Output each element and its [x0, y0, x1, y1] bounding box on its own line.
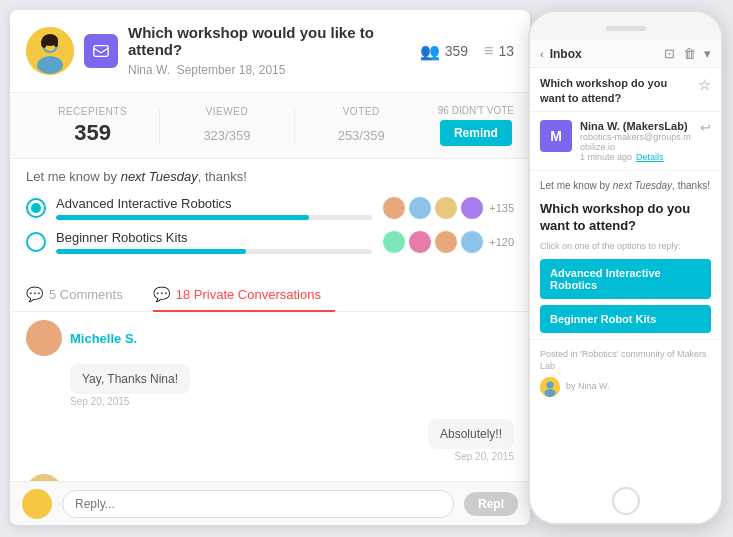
phone-subject: Which workshop do you want to attend? ☆	[530, 68, 721, 112]
phone-poll-title: Which workshop do you want to attend?	[530, 197, 721, 241]
reply-bar: Repl	[10, 481, 530, 525]
svg-point-10	[545, 389, 556, 397]
viewed-box: VIEWED 323/359	[160, 106, 293, 146]
comment-date-1: Sep 20, 2015	[70, 396, 514, 407]
main-panel: Which workshop would you like to attend?…	[10, 10, 530, 525]
phone-speaker	[606, 26, 646, 31]
voted-box: VOTED 253/359	[295, 106, 428, 146]
phone-option-1-button[interactable]: Advanced Interactive Robotics	[540, 259, 711, 299]
svg-point-6	[54, 39, 58, 47]
phone-home-button[interactable]	[612, 487, 640, 515]
phone-footer-text: Posted in 'Robotics' community of Makers…	[540, 348, 711, 373]
phone-sender-name: Nina W. (MakersLab)	[580, 120, 692, 132]
poll-avatar	[408, 196, 432, 220]
voted-value: 253/359	[295, 120, 428, 146]
phone-sender-avatar: M	[540, 120, 572, 152]
poll-bar-bg-2	[56, 249, 372, 254]
comment-username-1[interactable]: Michelle S.	[70, 331, 137, 346]
comment-avatar-1	[26, 320, 62, 356]
phone-star-icon[interactable]: ☆	[698, 76, 711, 96]
comment-item-1: Michelle S. Yay, Thanks Nina! Sep 20, 20…	[26, 320, 514, 407]
phone-more-icon[interactable]: ▾	[704, 46, 711, 61]
header-stats: 👥 359 ≡ 13	[420, 42, 514, 61]
poll-avatar	[408, 230, 432, 254]
phone-inbox-icons: ⊡ 🗑 ▾	[664, 46, 711, 61]
phone-option-2-button[interactable]: Beginner Robot Kits	[540, 305, 711, 333]
comment-user-1: Michelle S.	[26, 320, 514, 356]
viewed-label: VIEWED	[160, 106, 293, 117]
phone-subject-text: Which workshop do you want to attend?	[540, 76, 698, 107]
message-icon-box	[84, 34, 118, 68]
phone-details-link[interactable]: Details	[636, 152, 664, 162]
phone-footer-row: by Nina W.	[540, 377, 711, 397]
poll-option-2: Beginner Robotics Kits +120	[26, 230, 514, 254]
comment-bubble-2: Absolutely!!	[428, 419, 514, 449]
phone-footer: Posted in 'Robotics' community of Makers…	[530, 339, 721, 405]
poll-bar-bg-1	[56, 215, 372, 220]
phone-sender-info: Nina W. (MakersLab) robotics-makers@grou…	[580, 120, 692, 162]
comments-icon: 💬	[26, 286, 43, 302]
voted-label: VOTED	[295, 106, 428, 117]
poll-avatars-2: +120	[382, 230, 514, 254]
comment-item-2: Absolutely!! Sep 20, 2015	[86, 419, 514, 462]
conversations-icon: 💬	[153, 286, 170, 302]
poll-radio-1[interactable]	[26, 198, 46, 218]
reply-avatar	[22, 489, 52, 519]
poll-bar-fill-1	[56, 215, 309, 220]
poll-avatar	[460, 230, 484, 254]
phone-mockup: ‹ Inbox ⊡ 🗑 ▾ Which workshop do you want…	[528, 10, 723, 525]
reply-button[interactable]: Repl	[464, 492, 518, 516]
poll-avatar	[434, 230, 458, 254]
phone-sender: M Nina W. (MakersLab) robotics-makers@gr…	[530, 112, 721, 171]
phone-footer-by: by Nina W.	[566, 380, 610, 393]
poll-option-label-1: Advanced Interactive Robotics	[56, 196, 372, 211]
poll-avatar	[382, 196, 406, 220]
phone-body-text: Let me know by next Tuesday, thanks!	[530, 171, 721, 197]
list-stat: ≡ 13	[484, 42, 514, 60]
phone-footer-avatar	[540, 377, 560, 397]
poll-avatar	[434, 196, 458, 220]
phone-trash-icon[interactable]: 🗑	[683, 46, 696, 61]
question-title: Which workshop would you like to attend?	[128, 24, 420, 58]
tab-private-conversations[interactable]: 💬 18 Private Conversations	[153, 278, 335, 312]
didnt-vote-label: 96 DIDN'T VOTE	[438, 105, 514, 116]
poll-option-1: Advanced Interactive Robotics +135	[26, 196, 514, 220]
reply-input[interactable]	[62, 490, 454, 518]
poll-message: Let me know by next Tuesday, thanks!	[10, 159, 530, 190]
viewed-value: 323/359	[160, 120, 293, 146]
comment-date-2: Sep 20, 2015	[455, 451, 515, 462]
poll-radio-2[interactable]	[26, 232, 46, 252]
phone-sender-time: 1 minute ago Details	[580, 152, 692, 162]
user-avatar	[26, 27, 74, 75]
phone-top-bar	[530, 12, 721, 40]
svg-point-9	[547, 381, 554, 388]
recipients-value: 359	[26, 120, 159, 146]
svg-rect-7	[94, 46, 108, 57]
list-icon: ≡	[484, 42, 493, 60]
phone-back-arrow[interactable]: ‹	[540, 48, 544, 60]
remind-button[interactable]: Remind	[440, 120, 512, 146]
comment-bubble-1: Yay, Thanks Nina!	[70, 364, 190, 394]
comments-tab-label: 5 Comments	[49, 287, 123, 302]
header-title-block: Which workshop would you like to attend?…	[128, 24, 420, 78]
poll-bar-fill-2	[56, 249, 246, 254]
tab-comments[interactable]: 💬 5 Comments	[26, 278, 137, 312]
header: Which workshop would you like to attend?…	[10, 10, 530, 93]
phone-reply-icon[interactable]: ↩	[700, 120, 711, 135]
remind-box: 96 DIDN'T VOTE Remind	[438, 105, 514, 146]
phone-archive-icon[interactable]: ⊡	[664, 46, 675, 61]
poll-option-label-2: Beginner Robotics Kits	[56, 230, 372, 245]
poll-count-2: +120	[489, 236, 514, 248]
phone-inbox-label: Inbox	[550, 47, 582, 61]
svg-point-2	[37, 56, 63, 74]
recipients-box: RECEPIENTS 359	[26, 106, 159, 146]
poll-count-1: +135	[489, 202, 514, 214]
poll-avatar	[460, 196, 484, 220]
stats-row: RECEPIENTS 359 VIEWED 323/359 VOTED 253/…	[10, 93, 530, 159]
tabs: 💬 5 Comments 💬 18 Private Conversations	[10, 278, 530, 312]
poll-avatar	[382, 230, 406, 254]
svg-point-5	[41, 38, 47, 48]
phone-inbox-bar: ‹ Inbox ⊡ 🗑 ▾	[530, 40, 721, 68]
poll-options: Advanced Interactive Robotics +135 Begin…	[10, 190, 530, 270]
phone-poll-subtitle: Click on one of the options to reply:	[530, 241, 721, 259]
